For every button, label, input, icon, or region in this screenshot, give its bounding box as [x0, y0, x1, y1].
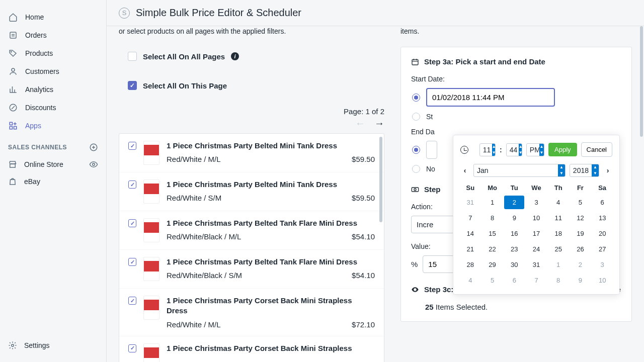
svg-point-1	[11, 51, 12, 52]
calendar-day[interactable]: 2	[504, 196, 524, 209]
product-row[interactable]: 1 Piece Christmas Party Belted Mini Tank…	[119, 134, 384, 172]
calendar-day[interactable]: 28	[460, 258, 480, 272]
calendar-day[interactable]: 1	[548, 258, 569, 272]
nav-settings[interactable]: Settings	[0, 337, 106, 354]
calendar-day[interactable]: 11	[548, 211, 569, 225]
calendar-day[interactable]: 18	[548, 227, 569, 240]
nav-apps[interactable]: Apps	[0, 117, 106, 135]
start-date-input[interactable]	[426, 88, 555, 107]
product-row[interactable]: 1 Piece Christmas Party Corset Back Mini…	[119, 289, 384, 336]
calendar-day[interactable]: 31	[460, 196, 480, 209]
calendar-day[interactable]: 17	[526, 227, 546, 240]
calendar-day[interactable]: 3	[526, 196, 546, 209]
calendar-day[interactable]: 12	[571, 211, 591, 225]
nav-orders[interactable]: Orders	[0, 26, 106, 44]
calendar-day[interactable]: 13	[592, 211, 612, 225]
calendar-day[interactable]: 4	[460, 274, 480, 287]
svg-rect-6	[10, 127, 12, 129]
row-checkbox[interactable]	[128, 258, 136, 266]
radio-specific-end[interactable]	[412, 146, 420, 154]
action-select[interactable]: Incre	[411, 216, 455, 233]
calendar-day[interactable]: 10	[592, 274, 612, 287]
nav-label: Analytics	[25, 85, 53, 94]
calendar-day[interactable]: 5	[482, 274, 503, 287]
channel-ebay[interactable]: eBay	[0, 173, 106, 190]
radio-specific-start[interactable]	[412, 94, 420, 102]
scrollbar[interactable]	[640, 26, 643, 137]
calendar-day[interactable]: 20	[592, 227, 612, 240]
year-select[interactable]: 2018▲▼	[570, 164, 599, 177]
nav-customers[interactable]: Customers	[0, 62, 106, 80]
pager-next[interactable]: →	[374, 118, 384, 129]
calendar-day[interactable]: 15	[482, 227, 503, 240]
calendar-day[interactable]: 9	[571, 274, 591, 287]
row-checkbox[interactable]	[128, 344, 136, 352]
calendar-grid: SuMoTuWeThFrSa31123456789101112131415161…	[460, 182, 612, 287]
product-row[interactable]: 1 Piece Christmas Party Corset Back Mini…	[119, 336, 384, 363]
calendar-day[interactable]: 26	[571, 242, 591, 256]
info-icon[interactable]: i	[231, 52, 239, 60]
radio-no-end[interactable]	[412, 165, 420, 173]
checkbox-this-page[interactable]	[128, 81, 137, 90]
pager-prev[interactable]: ←	[355, 118, 365, 129]
calendar-day[interactable]: 27	[592, 242, 612, 256]
calendar-day[interactable]: 29	[482, 258, 503, 272]
list-scrollbar[interactable]	[379, 137, 382, 222]
apply-button[interactable]: Apply	[548, 143, 577, 156]
product-row[interactable]: 1 Piece Christmas Party Belted Mini Tank…	[119, 172, 384, 211]
nav-analytics[interactable]: Analytics	[0, 80, 106, 99]
ampm-input[interactable]: PM▲▼	[526, 143, 544, 156]
calendar-day[interactable]: 21	[460, 242, 480, 256]
eye-icon[interactable]	[89, 160, 98, 169]
calendar-day[interactable]: 24	[526, 242, 546, 256]
product-variant: Red/White / M/L	[167, 155, 221, 163]
calendar-day[interactable]: 19	[571, 227, 591, 240]
radio-start-now[interactable]	[412, 113, 420, 121]
nav-discounts[interactable]: Discounts	[0, 99, 106, 117]
calendar-day[interactable]: 7	[460, 211, 480, 225]
nav-products[interactable]: Products	[0, 44, 106, 62]
product-row[interactable]: 1 Piece Christmas Party Belted Tank Flar…	[119, 211, 384, 250]
calendar-day[interactable]: 8	[548, 274, 569, 287]
calendar-day[interactable]: 1	[482, 196, 503, 209]
calendar-day[interactable]: 23	[504, 242, 524, 256]
calendar-day[interactable]: 9	[504, 211, 524, 225]
add-channel-icon[interactable]	[89, 143, 98, 152]
end-date-input-partial[interactable]	[426, 141, 437, 159]
calendar-day[interactable]: 30	[504, 258, 524, 272]
calendar-day[interactable]: 6	[504, 274, 524, 287]
nav-home[interactable]: Home	[0, 8, 106, 26]
month-prev[interactable]: ‹	[460, 166, 469, 174]
product-variant: Red/White / S/M	[167, 194, 221, 202]
month-select[interactable]: Jan▲▼	[473, 164, 566, 177]
calendar-day[interactable]: 10	[526, 211, 546, 225]
minute-input[interactable]: 44▲▼	[506, 143, 522, 156]
calendar-day[interactable]: 2	[571, 258, 591, 272]
product-row[interactable]: 1 Piece Christmas Party Belted Tank Flar…	[119, 250, 384, 289]
product-title: 1 Piece Christmas Party Corset Back Mini…	[167, 296, 375, 316]
calendar-day[interactable]: 31	[526, 258, 546, 272]
calendar-day[interactable]: 8	[482, 211, 503, 225]
product-title: 1 Piece Christmas Party Belted Mini Tank…	[167, 141, 375, 151]
product-price: $54.10	[352, 232, 375, 241]
calendar-day[interactable]: 16	[504, 227, 524, 240]
calendar-day[interactable]: 7	[526, 274, 546, 287]
calendar-day[interactable]: 22	[482, 242, 503, 256]
row-checkbox[interactable]	[128, 142, 136, 150]
calendar-day[interactable]: 5	[571, 196, 591, 209]
bag-icon	[8, 177, 17, 186]
row-checkbox[interactable]	[128, 219, 136, 227]
calendar-day[interactable]: 14	[460, 227, 480, 240]
calendar-day[interactable]: 25	[548, 242, 569, 256]
channel-online-store[interactable]: Online Store	[0, 156, 106, 173]
cancel-button[interactable]: Cancel	[581, 142, 612, 157]
calendar-day[interactable]: 4	[548, 196, 569, 209]
calendar-day[interactable]: 3	[592, 258, 612, 272]
row-checkbox[interactable]	[128, 180, 136, 189]
month-next[interactable]: ›	[603, 166, 612, 174]
product-variant: Red/White/Black / S/M	[167, 271, 242, 280]
row-checkbox[interactable]	[128, 297, 136, 305]
calendar-day[interactable]: 6	[592, 196, 612, 209]
checkbox-all-pages[interactable]	[128, 52, 137, 61]
hour-input[interactable]: 11▲▼	[479, 143, 496, 156]
